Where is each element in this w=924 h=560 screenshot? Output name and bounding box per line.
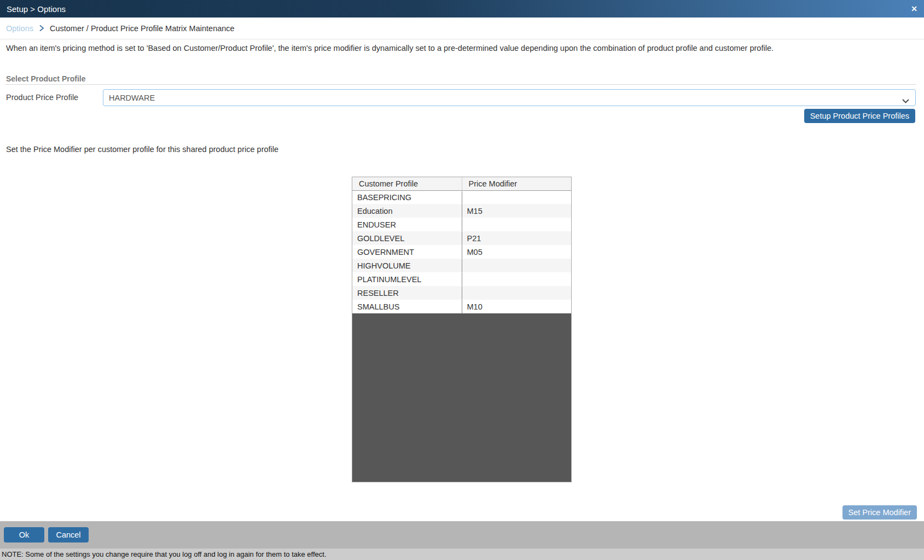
selected-profile-value: HARDWARE	[109, 94, 155, 102]
customer-profile-cell: ENDUSER	[352, 218, 462, 231]
breadcrumb-options-link[interactable]: Options	[6, 24, 33, 33]
customer-profile-cell: Education	[352, 204, 462, 218]
price-modifier-cell: M05	[462, 245, 571, 259]
table-row[interactable]: HIGHVOLUME	[352, 259, 571, 272]
set-price-modifier-button[interactable]: Set Price Modifier	[842, 505, 917, 520]
table-row[interactable]: BASEPRICING	[352, 190, 571, 204]
column-header-customer-profile[interactable]: Customer Profile	[352, 177, 462, 190]
price-modifier-cell	[462, 190, 571, 204]
window-title: Setup > Options	[7, 4, 66, 14]
customer-profile-cell: GOVERNMENT	[352, 245, 462, 259]
table-row[interactable]: SMALLBUS M10	[352, 300, 571, 313]
price-modifier-cell	[462, 272, 571, 286]
product-price-profile-select[interactable]: HARDWARE	[103, 89, 916, 106]
matrix-instruction: Set the Price Modifier per customer prof…	[6, 145, 278, 154]
table-row[interactable]: PLATINUMLEVEL	[352, 272, 571, 286]
table-row[interactable]: GOLDLEVEL P21	[352, 231, 571, 245]
cancel-button[interactable]: Cancel	[48, 527, 89, 542]
section-divider	[5, 84, 916, 85]
price-modifier-cell: P21	[462, 231, 571, 245]
price-modifier-cell	[462, 286, 571, 300]
product-price-profile-label: Product Price Profile	[6, 93, 78, 102]
price-modifier-grid: Customer Profile Price Modifier BASEPRIC…	[352, 177, 572, 482]
table-row[interactable]: RESELLER	[352, 286, 571, 300]
customer-profile-cell: SMALLBUS	[352, 300, 462, 313]
options-window: Setup > Options ✕ Options Customer / Pro…	[0, 0, 924, 560]
close-icon[interactable]: ✕	[911, 5, 917, 13]
chevron-down-icon	[902, 96, 909, 105]
price-modifier-cell: M10	[462, 300, 571, 313]
customer-profile-cell: BASEPRICING	[352, 190, 462, 204]
table-row[interactable]: Education M15	[352, 204, 571, 218]
chevron-right-icon	[39, 25, 44, 32]
customer-profile-cell: PLATINUMLEVEL	[352, 272, 462, 286]
price-modifier-cell	[462, 218, 571, 231]
section-heading: Select Product Profile	[6, 74, 85, 83]
price-modifier-table: Customer Profile Price Modifier BASEPRIC…	[352, 177, 571, 313]
column-header-price-modifier[interactable]: Price Modifier	[462, 177, 571, 190]
footer-note: NOTE: Some of the settings you change re…	[0, 549, 924, 560]
ok-button[interactable]: Ok	[4, 527, 44, 542]
customer-profile-cell: GOLDLEVEL	[352, 231, 462, 245]
customer-profile-cell: RESELLER	[352, 286, 462, 300]
setup-product-price-profiles-button[interactable]: Setup Product Price Profiles	[804, 109, 915, 123]
intro-text: When an item's pricing method is set to …	[6, 44, 919, 52]
table-row[interactable]: ENDUSER	[352, 218, 571, 231]
table-header-row: Customer Profile Price Modifier	[352, 177, 571, 190]
breadcrumb-current: Customer / Product Price Profile Matrix …	[50, 24, 235, 33]
price-modifier-cell	[462, 259, 571, 272]
footer-action-bar: Ok Cancel	[0, 521, 924, 549]
price-modifier-cell: M15	[462, 204, 571, 218]
table-row[interactable]: GOVERNMENT M05	[352, 245, 571, 259]
window-titlebar: Setup > Options ✕	[0, 0, 924, 18]
customer-profile-cell: HIGHVOLUME	[352, 259, 462, 272]
breadcrumb: Options Customer / Product Price Profile…	[0, 18, 924, 39]
